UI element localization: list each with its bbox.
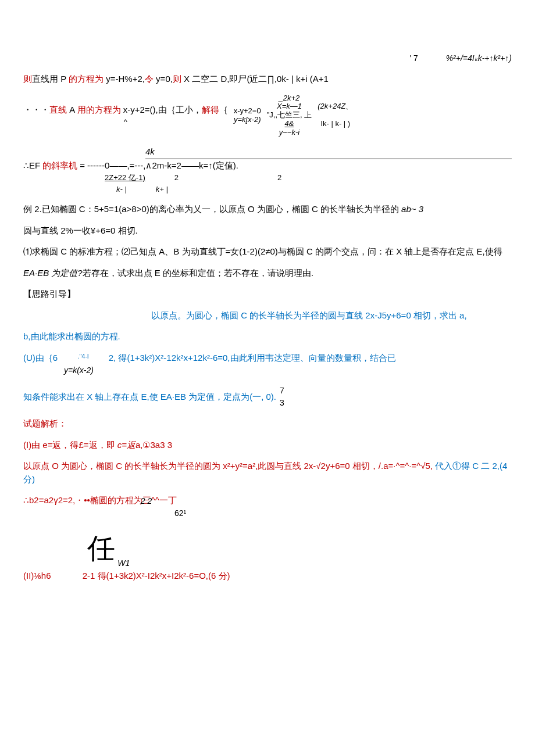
p3-b1: k- | [116, 184, 127, 195]
p2-right: (2k+24Z、 Ik- | k- | ) [318, 102, 353, 128]
p2-t5: x-y+2=(),由｛工小， [121, 105, 202, 114]
para-12: 知条件能求出在 X 轴上存在点 E,使 EA·EB 为定值，定点为(一, 0).… [23, 385, 512, 409]
p7-t1: EA·EB 为定值? [23, 268, 83, 278]
p2-left: ・・・直线 A 用的方程为 x-y+2=(),由｛工小，解得｛ ^ [23, 103, 228, 128]
p2-r2: Ik- | k- | ) [320, 120, 350, 128]
p3-ft: 2Z+22 亿-1) [105, 172, 145, 184]
p4-t2: ab~ 3 [401, 204, 423, 214]
p17-t2: 2-1 得(1+3k2)X²-I2k²x+I2k²-6=O,(6 分) [83, 571, 230, 581]
p12-3: 3 [280, 397, 284, 409]
p2-mid-top: x-y+2=0 [234, 107, 261, 116]
p2-r1: (2k+24Z、 [318, 102, 353, 111]
p16-t1: ∴b2=a2γ2=2,・••椭圆的方程为三^^一丁 [23, 494, 177, 507]
para-7: EA·EB 为定值?若存在，试求出点 E 的坐标和定值；若不存在，请说明理由. [23, 267, 512, 280]
p14-t3: a,①3a3 3 [135, 440, 172, 450]
p3-fm2: 2 [277, 172, 281, 184]
p16-top: 2 2 [141, 495, 152, 507]
p2-t6: 解得 [202, 105, 219, 114]
p2-t3: A [67, 105, 77, 114]
header-left: ' 7 [409, 53, 418, 63]
p12-7: 7 [280, 385, 284, 397]
p11-sup: ."4-l [77, 352, 88, 361]
p2-mid: x-y+2=0 y=k[x-2) [234, 107, 261, 124]
para-8: 【思路引导】 [23, 288, 512, 301]
p3-frac-row: 2Z+22 亿-1) 2 2 [105, 172, 512, 184]
p14-t2: c=返 [117, 440, 135, 450]
p15-t1: 以原点 O 为圆心，椭圆 C 的长半轴长为半径的圆为 x²+y²=a²,此圆与直… [23, 461, 433, 471]
p2-c2-2: X=k—1 [277, 102, 302, 111]
p2-t4: 用的方程为 [77, 105, 121, 114]
para-1: 则直线用 P 的方程为 y=-H%+2,令 y=0,则 X 二空二 D,即尸(近… [23, 73, 512, 86]
para-15: 以原点 O 为圆心，椭圆 C 的长半轴长为半径的圆为 x²+y²=a²,此圆与直… [23, 460, 512, 486]
para-9: 以原点。为圆心，椭圆 C 的长半轴长为半径的圆与直线 2x-J5y+6=0 相切… [151, 309, 512, 323]
para-10: b,由此能求出椭圆的方程. [23, 330, 512, 343]
p7-t2: 若存在，试求出点 E 的坐标和定值；若不存在，请说明理由. [83, 268, 314, 278]
para-5: 圆与直线 2%一收¥+6=0 相切. [23, 224, 512, 238]
para-2: ・・・直线 A 用的方程为 x-y+2=(),由｛工小，解得｛ ^ x-y+2=… [23, 94, 512, 138]
para-6: ⑴求椭圆 C 的标准方程；⑵己知点 A、B 为动直线丁=女(1-2)(2≠0)与… [23, 245, 512, 259]
para-4: 例 2.已知椭圆 C：5+5=1(a>8>0)的离心率为乂一，以原点 O 为圆心… [23, 203, 512, 216]
p3-bot-row: k- | k+ | [116, 184, 512, 195]
p2-mid-bot: y=k[x-2) [234, 116, 261, 124]
para-17: 任 W1 (II)⅛h6 2-1 得(1+3k2)X²-I2k²x+I2k²-6… [23, 528, 512, 583]
p3-l1: ∴EF [23, 159, 40, 173]
p3-eq: = ------0——,=---,∧2m-k=2——k=↑(定值). [80, 159, 238, 173]
header-frag: ' 7 %²+/=4Iₖk-+↑k²+↑) [23, 52, 512, 65]
p11-pre: (U)由｛6 [23, 353, 58, 363]
p1-red3: 令 [145, 74, 154, 84]
p14-t1: (I)由 e=返，得£=返，即 [23, 440, 117, 450]
para-14: (I)由 e=返，得£=返，即 c=返a,①3a3 3 [23, 439, 512, 452]
p2-caret: ^ [23, 116, 228, 128]
para-3: 4k ∴EF 的斜率机 = ------0——,=---,∧2m-k=2——k=… [23, 145, 512, 195]
p2-c2-1: _2k+2 [279, 94, 300, 103]
para-11: (U)由｛6 ."4-l 2, 得(1+3k²)X²-12k²x+12k²-6=… [23, 352, 512, 377]
p2-t7: ｛ [219, 105, 228, 114]
p1-t4: y=-H%+2, [104, 74, 145, 84]
p1-t6: y=0, [154, 74, 173, 84]
p1-red1: 则 [23, 74, 32, 84]
p2-t2: 直线 [49, 105, 67, 114]
p1-red2: 的方程为 [69, 74, 104, 84]
p17-big: 任 [87, 528, 115, 569]
p1-t8: X 二空二 D,即尸(近二∏,0k- | k+i (A+1 [181, 74, 329, 84]
para-13: 试题解析： [23, 417, 512, 431]
header-right: %²+/=4Iₖk-+↑k²+↑) [446, 53, 512, 63]
p11-mid: 2, 得(1+3k²)X²-12k²x+12k²-6=0,由此利用韦达定理、向量… [109, 353, 396, 363]
p2-col2: _2k+2 X=k—1 "J,,七竺三, 上 4& y~~k-i [267, 94, 312, 138]
p3-fm: 2 [174, 172, 179, 184]
p3-b2: k+ | [156, 184, 168, 195]
p16-bot: 62¹ [174, 507, 512, 519]
p12-t: 知条件能求出在 X 轴上存在点 E,使 EA·EB 为定值，定点为(一, 0). [23, 390, 276, 404]
para-16: ∴b2=a2γ2=2,・••椭圆的方程为三^^一丁 2 2 62¹ [23, 494, 512, 519]
p17-w1: W1 [117, 558, 130, 568]
p2-c2-3: "J,,七竺三, 上 [267, 111, 312, 120]
p4-t1: 例 2.已知椭圆 C：5+5=1(a>8>0)的离心率为乂一，以原点 O 为圆心… [23, 204, 401, 214]
p1-t2: 直线用 P [32, 74, 69, 84]
p2-c2-5: y~~k-i [279, 128, 299, 137]
p2-c2-4: 4& [285, 120, 294, 128]
p2-t1: ・・・ [23, 105, 49, 114]
p17-t1: (II)⅛h6 [23, 571, 51, 581]
p11-under: y=k(x-2) [64, 364, 512, 377]
p1-red4: 则 [173, 74, 181, 84]
p3-l2: 的斜率机 [42, 159, 77, 173]
p3-4k: 4k [145, 145, 512, 159]
